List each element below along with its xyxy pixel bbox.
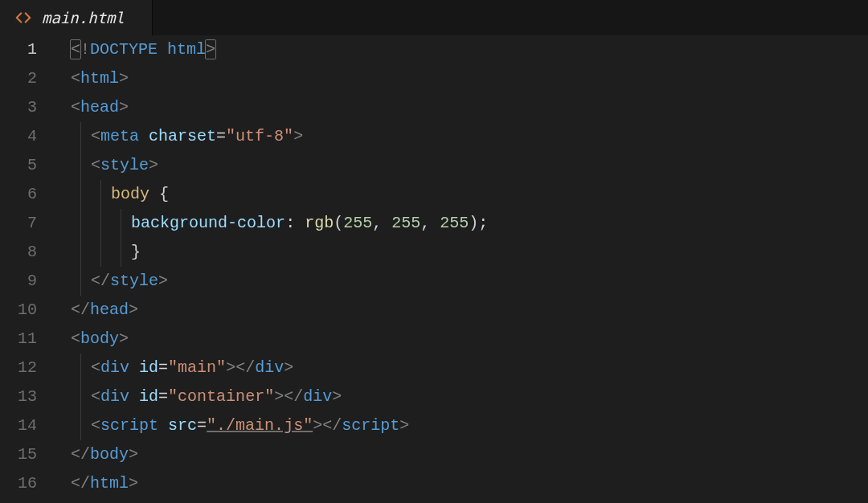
indent-guide: [80, 267, 91, 296]
token-tag: style: [100, 156, 149, 174]
code-line[interactable]: body {: [71, 180, 868, 209]
line-number: 4: [0, 122, 37, 151]
token-tag: div: [255, 358, 284, 377]
token-punct: <: [91, 387, 100, 406]
line-number: 8: [0, 238, 37, 267]
code-line[interactable]: </style>: [71, 267, 868, 296]
token-string: "main": [168, 358, 226, 377]
token-string: "utf-8": [226, 127, 293, 145]
token-attr: id: [139, 387, 158, 406]
token-tag: style: [110, 272, 158, 290]
token-semi: ;: [478, 214, 488, 232]
token-punct: <: [91, 416, 100, 435]
token-punct: >: [129, 445, 138, 464]
token-num: 255: [391, 214, 420, 232]
code-line[interactable]: <body>: [71, 325, 868, 354]
token-eq: =: [216, 127, 226, 145]
token-text: ,: [420, 214, 440, 232]
token-punct: >: [332, 387, 342, 406]
code-line[interactable]: }: [71, 238, 868, 267]
token-attr: id: [139, 358, 158, 377]
token-text: [149, 185, 159, 203]
code-line[interactable]: background-color: rgb(255, 255, 255);: [71, 209, 868, 238]
token-prop: background-color: [131, 214, 285, 232]
token-punct: >: [313, 416, 322, 435]
code-line[interactable]: </head>: [71, 296, 868, 325]
line-number: 9: [0, 267, 37, 296]
line-number: 11: [0, 325, 37, 354]
token-attr: charset: [149, 127, 216, 145]
token-tag: script: [342, 416, 399, 435]
line-number: 13: [0, 382, 37, 411]
token-punct: <: [71, 40, 80, 59]
token-tag: head: [90, 301, 129, 319]
token-punct: >: [293, 127, 303, 145]
token-sel: body: [111, 185, 149, 203]
token-text: [129, 387, 139, 406]
token-punct: <: [91, 127, 100, 145]
code-line[interactable]: </html>: [71, 469, 868, 498]
indent-guide: [80, 209, 91, 238]
token-tag: body: [90, 445, 129, 464]
code-icon: [14, 9, 32, 27]
indent-guide: [80, 354, 91, 382]
indent-guide: [121, 209, 131, 238]
code-line[interactable]: <meta charset="utf-8">: [71, 122, 868, 151]
token-text: ,: [372, 214, 391, 232]
token-punct: <: [71, 69, 80, 88]
token-eq: =: [197, 416, 207, 435]
token-brace: }: [131, 243, 141, 261]
token-string: "./main.js": [207, 416, 313, 435]
code-line[interactable]: <style>: [71, 151, 868, 180]
indent-guide: [121, 238, 131, 267]
token-string: "container": [168, 387, 274, 406]
token-tag: html: [80, 69, 119, 88]
token-func: rgb: [305, 214, 334, 232]
token-punct: </: [71, 474, 90, 493]
indent-guide: [80, 180, 91, 209]
token-text: [139, 127, 149, 145]
code-line[interactable]: <head>: [71, 93, 868, 122]
token-punct: >: [284, 358, 293, 377]
token-punct: <: [91, 358, 100, 377]
token-punct: <: [71, 98, 80, 117]
code-area[interactable]: <!DOCTYPE html><html><head> <meta charse…: [53, 35, 868, 503]
token-tag: div: [100, 387, 129, 406]
code-line[interactable]: <div id="container"></div>: [71, 382, 868, 411]
line-number: 3: [0, 93, 37, 122]
token-eq: =: [158, 387, 168, 406]
token-punct: </: [71, 301, 90, 319]
editor[interactable]: 12345678910111213141516 <!DOCTYPE html><…: [0, 35, 868, 503]
code-line[interactable]: <div id="main"></div>: [71, 354, 868, 382]
token-text: [158, 416, 168, 435]
line-number: 16: [0, 469, 37, 498]
code-line[interactable]: <!DOCTYPE html>: [71, 35, 868, 64]
code-line[interactable]: <script src="./main.js"></script>: [71, 411, 868, 440]
code-line[interactable]: <html>: [71, 64, 868, 93]
gutter: 12345678910111213141516: [0, 35, 53, 503]
token-punct: >: [158, 272, 168, 290]
token-tag: html: [90, 474, 129, 493]
tab-title: main.html: [42, 9, 125, 27]
tab-main-html[interactable]: main.html: [0, 0, 153, 35]
token-brace: (: [334, 214, 343, 232]
token-num: 255: [440, 214, 469, 232]
token-tag: head: [80, 98, 119, 117]
token-brace: {: [159, 185, 169, 203]
token-punct: >: [129, 301, 138, 319]
code-line[interactable]: </body>: [71, 440, 868, 469]
token-punct: </: [235, 358, 255, 377]
line-number: 10: [0, 296, 37, 325]
line-number: 2: [0, 64, 37, 93]
token-text: [295, 214, 305, 232]
token-tag: meta: [100, 127, 139, 145]
token-tag: DOCTYPE: [90, 40, 158, 59]
token-colon: :: [285, 214, 295, 232]
token-doctype-kw: html: [167, 40, 206, 59]
token-punct: <: [71, 329, 80, 348]
indent-guide: [100, 238, 111, 267]
line-number: 7: [0, 209, 37, 238]
token-text: [129, 358, 139, 377]
token-punct: >: [119, 69, 129, 88]
token-tag: div: [303, 387, 332, 406]
